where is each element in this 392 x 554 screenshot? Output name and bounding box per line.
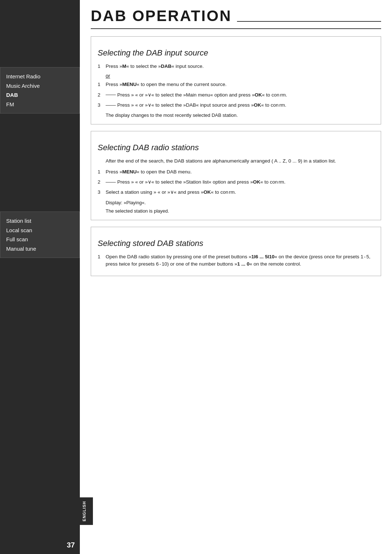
step-text: Press » « or »∨« to select the »Station … [106, 178, 374, 186]
section2-intro: After the end of the search, the DAB sta… [106, 157, 374, 165]
sidebar-item-dab[interactable]: DAB [6, 90, 74, 100]
step-number: 1 [98, 81, 106, 88]
page-number: 37 [62, 536, 80, 554]
section3-heading: Selecting stored DAB stations [98, 239, 374, 248]
step-2-1: 1 Press »MENU« to open the DAB menu. [98, 168, 374, 176]
step-number: 1 [98, 253, 106, 268]
section2-heading: Selecting DAB radio stations [98, 143, 374, 152]
sidebar-item-full-scan[interactable]: Full scan [6, 235, 74, 244]
step-2-2: 2 Press » « or »∨« to select the »Statio… [98, 178, 374, 186]
sidebar: Internet Radio Music Archive DAB FM Stat… [0, 0, 80, 554]
step-3-1: 1 Open the DAB radio station by pressing… [98, 253, 374, 268]
step-text: Press »M« to select the »DAB« input sour… [106, 63, 374, 70]
step-number: 1 [98, 168, 106, 176]
step-text: Press »MENU« to open the menu of the cur… [106, 81, 374, 88]
step-1-2: 1 Press »MENU« to open the menu of the c… [98, 81, 374, 88]
page-title-area: DAB OPERATION [91, 0, 381, 29]
step-1-1: 1 Press »M« to select the »DAB« input so… [98, 63, 374, 70]
step-text: Press » « or »∨« to select the »Main men… [106, 91, 374, 99]
step-1-4: 3 Press » « or »∨« to select the »DAB« i… [98, 102, 374, 109]
main-content: DAB OPERATION Selecting the DAB input so… [80, 0, 392, 554]
note-selected: The selected station is played. [106, 208, 374, 215]
page-title: DAB OPERATION [91, 7, 232, 25]
section-stored-dab-stations: Selecting stored DAB stations 1 Open the… [91, 227, 381, 276]
step-text: Press »MENU« to open the DAB menu. [106, 168, 374, 176]
sidebar-item-internet-radio[interactable]: Internet Radio [6, 72, 74, 81]
step-1-3: 2 Press » « or »∨« to select the »Main m… [98, 91, 374, 99]
step-number: 2 [98, 178, 106, 186]
step-text: Open the DAB radio station by pressing o… [106, 253, 374, 268]
or-divider: or [106, 73, 374, 79]
note-text: The display changes to the most recently… [106, 112, 374, 119]
section1-heading: Selecting the DAB input source [98, 48, 374, 58]
section-dab-input-source: Selecting the DAB input source 1 Press »… [91, 36, 381, 124]
step-number: 1 [98, 63, 106, 70]
sidebar-item-fm[interactable]: FM [6, 100, 74, 109]
step-text: Select a station using » « or »∨« and pr… [106, 189, 374, 196]
step-2-3: 3 Select a station using » « or »∨« and … [98, 189, 374, 196]
title-line [237, 21, 381, 22]
step-number: 3 [98, 102, 106, 109]
sidebar-item-local-scan[interactable]: Local scan [6, 226, 74, 235]
note-display: Display: »Playing«. [106, 199, 374, 206]
step-number: 3 [98, 189, 106, 196]
sidebar-top-menu: Internet Radio Music Archive DAB FM [0, 67, 80, 114]
sidebar-bottom-menu: Station list Local scan Full scan Manual… [0, 212, 80, 258]
sidebar-item-manual-tune[interactable]: Manual tune [6, 244, 74, 254]
sidebar-item-music-archive[interactable]: Music Archive [6, 81, 74, 91]
section-dab-radio-stations: Selecting DAB radio stations After the e… [91, 131, 381, 220]
step-text: Press » « or »∨« to select the »DAB« inp… [106, 102, 374, 109]
step-number: 2 [98, 91, 106, 99]
sidebar-item-station-list[interactable]: Station list [6, 216, 74, 226]
